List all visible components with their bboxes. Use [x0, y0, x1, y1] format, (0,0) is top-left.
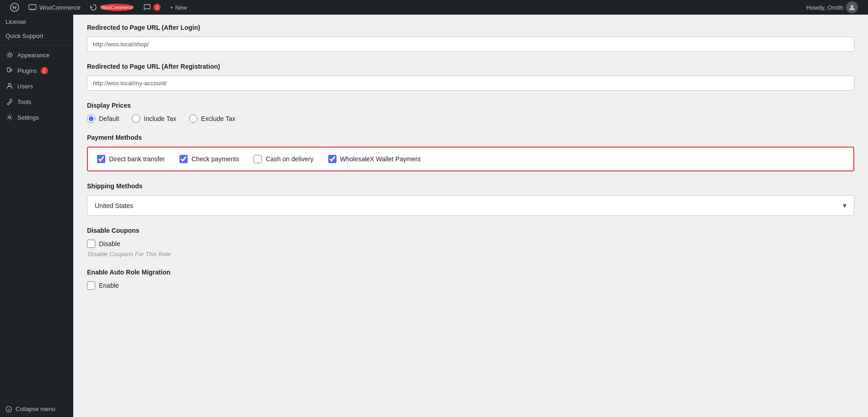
shipping-methods-label: Shipping Methods: [87, 182, 854, 190]
payment-cash-delivery[interactable]: Cash on delivery: [254, 155, 313, 163]
payment-wholesalex-checkbox[interactable]: [328, 155, 336, 163]
disable-coupons-option[interactable]: Disable: [87, 240, 854, 248]
auto-role-migration-label: Enable Auto Role Migration: [87, 269, 854, 276]
comments-badge: 0: [153, 4, 161, 11]
svg-point-5: [851, 5, 853, 8]
collapse-label: Collapse menu: [16, 406, 55, 412]
appearance-icon: [5, 51, 14, 59]
plugins-label: Plugins: [17, 67, 37, 74]
quick-support-label: Quick Support: [5, 33, 43, 39]
woocommerce-item[interactable]: WooCommerce: [24, 0, 85, 15]
collapse-icon: [5, 406, 12, 412]
radio-include-tax[interactable]: Include Tax: [132, 115, 176, 123]
radio-default-label: Default: [99, 115, 119, 122]
woocommerce-label: WooCommerce: [39, 4, 81, 11]
shipping-dropdown-value: United States: [95, 202, 133, 209]
users-icon: [5, 82, 14, 90]
auto-role-migration-option[interactable]: Enable: [87, 281, 854, 290]
license-label: License: [5, 18, 26, 25]
redirect-registration-input[interactable]: [87, 76, 854, 91]
disable-coupons-checkbox-label: Disable: [99, 240, 120, 247]
svg-point-8: [8, 83, 11, 86]
payment-cash-delivery-label: Cash on delivery: [266, 155, 313, 163]
redirect-login-input[interactable]: [87, 37, 854, 52]
comments-item[interactable]: 0: [139, 0, 165, 15]
svg-rect-2: [29, 5, 36, 10]
sidebar-item-appearance[interactable]: Appearance: [0, 47, 73, 63]
collapse-menu[interactable]: Collapse menu: [0, 401, 73, 417]
user-item[interactable]: Howdy, Omith: [802, 0, 863, 15]
sidebar-item-tools[interactable]: Tools: [0, 94, 73, 110]
payment-direct-bank[interactable]: Direct bank transfer: [97, 155, 165, 163]
redirect-registration-label: Redirected to Page URL (After Registrati…: [87, 63, 854, 70]
radio-exclude-tax-input[interactable]: [189, 115, 197, 123]
sidebar-item-settings[interactable]: Settings: [0, 110, 73, 125]
sidebar-divider: [0, 45, 73, 45]
updates-item[interactable]: WooCommerce: [85, 0, 139, 15]
svg-point-9: [9, 116, 11, 119]
payment-cash-delivery-checkbox[interactable]: [254, 155, 262, 163]
svg-text:W: W: [12, 5, 17, 10]
svg-point-4: [33, 9, 35, 10]
sidebar: License Quick Support Appearance Plug: [0, 15, 73, 417]
new-item[interactable]: + New: [165, 0, 191, 15]
radio-default-input[interactable]: [87, 115, 95, 123]
payment-check-label: Check payments: [191, 155, 239, 163]
svg-rect-7: [7, 68, 10, 72]
auto-role-migration-group: Enable Auto Role Migration Enable: [87, 269, 854, 290]
payment-direct-bank-label: Direct bank transfer: [109, 155, 165, 163]
appearance-label: Appearance: [17, 52, 49, 59]
wordpress-icon: W: [10, 3, 19, 12]
main-content: Redirected to Page URL (After Login) Red…: [73, 15, 868, 417]
redirect-login-group: Redirected to Page URL (After Login): [87, 24, 854, 52]
sidebar-item-plugins[interactable]: Plugins 2: [0, 63, 73, 78]
payment-check[interactable]: Check payments: [179, 155, 239, 163]
avatar: [846, 1, 858, 13]
payment-wholesalex-label: WholesaleX Wallet Payment: [340, 155, 421, 163]
disable-coupons-hint: Disable Coupons For This Role: [88, 251, 854, 258]
radio-default[interactable]: Default: [87, 115, 119, 123]
radio-include-tax-input[interactable]: [132, 115, 140, 123]
plugins-badge: 2: [41, 67, 48, 74]
svg-point-10: [6, 406, 11, 412]
disable-coupons-label: Disable Coupons: [87, 227, 854, 234]
comments-icon: [143, 4, 151, 11]
display-prices-radio-group: Default Include Tax Exclude Tax: [87, 115, 854, 123]
sidebar-item-quick-support[interactable]: Quick Support: [0, 29, 73, 43]
display-prices-label: Display Prices: [87, 102, 854, 109]
user-label: Howdy, Omith: [806, 4, 843, 11]
payment-check-checkbox[interactable]: [179, 155, 188, 163]
plugins-icon: [5, 66, 14, 75]
svg-point-3: [31, 9, 32, 10]
tools-label: Tools: [17, 99, 31, 105]
sidebar-item-license[interactable]: License: [0, 15, 73, 29]
disable-coupons-checkbox[interactable]: [87, 240, 95, 248]
woocommerce-icon: [28, 3, 37, 11]
payment-wholesalex[interactable]: WholesaleX Wallet Payment: [328, 155, 421, 163]
redirect-login-label: Redirected to Page URL (After Login): [87, 24, 854, 31]
radio-exclude-tax-label: Exclude Tax: [201, 115, 235, 122]
disable-coupons-group: Disable Coupons Disable Disable Coupons …: [87, 227, 854, 258]
chevron-down-icon: ▾: [843, 201, 846, 210]
payment-direct-bank-checkbox[interactable]: [97, 155, 105, 163]
admin-bar: W WooCommerce WooCommerce 0 + New Howdy,…: [0, 0, 868, 15]
updates-icon: [90, 4, 97, 11]
auto-role-migration-checkbox[interactable]: [87, 281, 95, 290]
avatar-icon: [849, 4, 855, 11]
radio-include-tax-label: Include Tax: [144, 115, 176, 122]
new-label: + New: [170, 4, 187, 11]
shipping-dropdown[interactable]: United States ▾: [87, 195, 854, 216]
users-label: Users: [17, 83, 33, 90]
payment-methods-box: Direct bank transfer Check payments Cash…: [87, 147, 854, 171]
settings-icon: [5, 113, 14, 121]
display-prices-group: Display Prices Default Include Tax Exclu…: [87, 102, 854, 123]
settings-label: Settings: [17, 114, 39, 121]
radio-exclude-tax[interactable]: Exclude Tax: [189, 115, 235, 123]
svg-point-6: [8, 54, 11, 56]
auto-role-migration-checkbox-label: Enable: [99, 282, 119, 289]
payment-methods-label: Payment Methods: [87, 134, 854, 141]
shipping-methods-group: Shipping Methods United States ▾: [87, 182, 854, 216]
wp-logo-item[interactable]: W: [5, 0, 24, 15]
redirect-registration-group: Redirected to Page URL (After Registrati…: [87, 63, 854, 91]
sidebar-item-users[interactable]: Users: [0, 78, 73, 94]
